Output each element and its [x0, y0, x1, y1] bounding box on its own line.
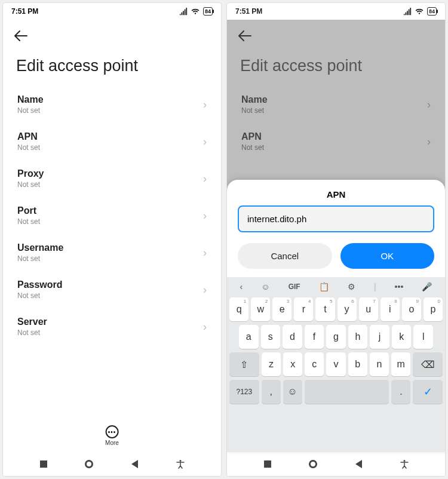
- key-space[interactable]: [305, 380, 389, 404]
- setting-label: Password: [17, 280, 63, 290]
- key-q[interactable]: q1: [229, 297, 248, 321]
- key-b[interactable]: b: [348, 352, 367, 376]
- setting-name[interactable]: NameNot set ›: [9, 86, 215, 123]
- key-comma[interactable]: ,: [262, 380, 281, 404]
- key-c[interactable]: c: [305, 352, 324, 376]
- chevron-right-icon: ›: [203, 136, 207, 148]
- key-backspace[interactable]: ⌫: [413, 352, 443, 376]
- setting-value: Not set: [17, 143, 40, 152]
- chevron-right-icon: ›: [203, 284, 207, 296]
- back-button[interactable]: [14, 29, 28, 45]
- cancel-button[interactable]: Cancel: [238, 243, 332, 269]
- kbd-clipboard-icon[interactable]: 📋: [319, 282, 329, 291]
- setting-value: Not set: [17, 254, 63, 263]
- keyboard-row-3: ⇧ zxcvbnm ⌫: [229, 352, 443, 376]
- key-symbols[interactable]: ?123: [229, 380, 259, 404]
- nav-back[interactable]: [354, 459, 364, 469]
- key-d[interactable]: d: [283, 325, 302, 349]
- key-enter[interactable]: ✓: [413, 380, 443, 404]
- setting-password[interactable]: PasswordNot set ›: [9, 271, 215, 308]
- wifi-icon: [191, 7, 200, 16]
- key-n[interactable]: n: [370, 352, 389, 376]
- setting-name[interactable]: NameNot set ›: [233, 86, 439, 123]
- key-v[interactable]: v: [326, 352, 345, 376]
- key-f[interactable]: f: [305, 325, 324, 349]
- setting-username[interactable]: UsernameNot set ›: [9, 234, 215, 271]
- chevron-right-icon: ›: [203, 321, 207, 333]
- kbd-more-icon[interactable]: •••: [395, 282, 404, 291]
- setting-value: Not set: [241, 106, 268, 115]
- key-m[interactable]: m: [391, 352, 410, 376]
- key-k[interactable]: k: [392, 325, 412, 349]
- setting-value: Not set: [17, 106, 44, 115]
- setting-server[interactable]: ServerNot set ›: [9, 308, 215, 345]
- chevron-right-icon: ›: [203, 210, 207, 222]
- setting-apn[interactable]: APNNot set ›: [9, 123, 215, 160]
- kbd-settings-icon[interactable]: ⚙: [348, 282, 355, 291]
- content-area: Edit access point NameNot set › APNNot s…: [3, 20, 221, 452]
- nav-home[interactable]: [84, 459, 94, 469]
- key-x[interactable]: x: [283, 352, 302, 376]
- key-g[interactable]: g: [326, 325, 346, 349]
- key-e[interactable]: e3: [272, 297, 291, 321]
- key-h[interactable]: h: [348, 325, 368, 349]
- signal-icon: [179, 7, 188, 16]
- dialog-title: APN: [227, 180, 445, 205]
- keyboard-toolbar: ‹ ☺ GIF 📋 ⚙ | ••• 🎤: [229, 280, 443, 294]
- key-p[interactable]: p0: [424, 297, 443, 321]
- chevron-right-icon: ›: [427, 136, 431, 148]
- key-emoji[interactable]: ☺: [283, 380, 302, 404]
- nav-bar: [3, 452, 221, 476]
- key-t[interactable]: t5: [315, 297, 335, 321]
- chevron-right-icon: ›: [203, 247, 207, 259]
- key-z[interactable]: z: [262, 352, 281, 376]
- svg-point-1: [404, 460, 406, 462]
- nav-home[interactable]: [308, 459, 318, 469]
- settings-list: NameNot set › APNNot set › ProxyNot set …: [3, 86, 221, 452]
- key-shift[interactable]: ⇧: [229, 352, 259, 376]
- setting-value: Not set: [17, 217, 40, 226]
- key-j[interactable]: j: [370, 325, 389, 349]
- key-o[interactable]: o9: [402, 297, 421, 321]
- kbd-sticker-icon[interactable]: ☺: [261, 282, 269, 291]
- keyboard-row-2: asdfghjkl: [229, 325, 443, 349]
- back-button[interactable]: [238, 29, 252, 45]
- setting-label: APN: [17, 131, 40, 142]
- nav-recent[interactable]: [38, 459, 49, 469]
- phone-left: 7:51 PM 84 Edit access point NameNot set…: [2, 2, 222, 477]
- status-time: 7:51 PM: [235, 7, 262, 16]
- nav-recent[interactable]: [262, 459, 273, 469]
- setting-label: Username: [17, 242, 63, 253]
- svg-point-0: [180, 460, 182, 462]
- key-r[interactable]: r4: [294, 297, 313, 321]
- key-u[interactable]: u7: [359, 297, 378, 321]
- setting-value: Not set: [17, 328, 47, 337]
- setting-value: Not set: [17, 180, 44, 189]
- nav-back[interactable]: [130, 459, 140, 469]
- key-l[interactable]: l: [413, 325, 433, 349]
- nav-accessibility[interactable]: [175, 459, 186, 469]
- phone-right: 7:51 PM 84 Edit access point NameNot set…: [226, 2, 446, 477]
- page-title: Edit access point: [227, 48, 445, 86]
- more-button[interactable]: ••• More: [105, 425, 119, 446]
- setting-label: Proxy: [17, 168, 44, 179]
- kbd-gif-button[interactable]: GIF: [289, 283, 300, 291]
- ok-button[interactable]: OK: [340, 243, 435, 269]
- nav-bar: [227, 452, 445, 476]
- status-icons: 84: [179, 7, 213, 16]
- setting-proxy[interactable]: ProxyNot set ›: [9, 160, 215, 197]
- key-i[interactable]: i8: [381, 297, 400, 321]
- nav-accessibility[interactable]: [399, 459, 410, 469]
- setting-port[interactable]: PortNot set ›: [9, 197, 215, 234]
- kbd-collapse-icon[interactable]: ‹: [240, 282, 243, 291]
- apn-input[interactable]: [238, 205, 434, 232]
- key-s[interactable]: s: [261, 325, 281, 349]
- apn-dialog: APN Cancel OK ‹ ☺ GIF 📋 ⚙ | ••• 🎤: [227, 180, 445, 452]
- key-a[interactable]: a: [239, 325, 259, 349]
- key-w[interactable]: w2: [251, 297, 270, 321]
- setting-apn[interactable]: APNNot set ›: [233, 123, 439, 160]
- key-y[interactable]: y6: [337, 297, 357, 321]
- key-period[interactable]: .: [391, 380, 410, 404]
- kbd-mic-icon[interactable]: 🎤: [422, 282, 432, 291]
- battery-icon: 84: [427, 7, 437, 16]
